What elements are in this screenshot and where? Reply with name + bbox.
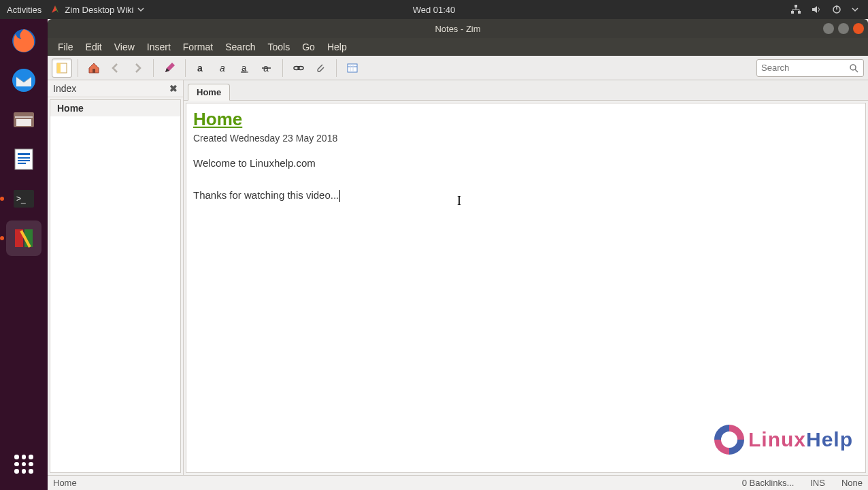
menubar: File Edit View Insert Format Search Tool… [48, 38, 868, 56]
svg-point-34 [850, 65, 856, 70]
ibeam-cursor-icon: I [457, 194, 461, 208]
statusbar: Home 0 Backlinks... INS None [48, 475, 868, 490]
volume-icon[interactable] [811, 4, 822, 15]
svg-rect-1 [791, 11, 794, 14]
tab-home[interactable]: Home [188, 84, 230, 101]
underline-button[interactable]: a [235, 59, 255, 78]
forward-button[interactable] [127, 59, 148, 78]
dock-libreoffice-writer[interactable] [6, 142, 41, 177]
text-cursor [339, 190, 340, 202]
menu-edit[interactable]: Edit [81, 40, 107, 54]
chevron-down-icon[interactable] [852, 6, 858, 13]
page-line-1: Welcome to Linuxhelp.com [193, 157, 858, 169]
dock-zim[interactable] [6, 220, 41, 256]
network-icon[interactable] [790, 4, 801, 15]
svg-rect-30 [348, 64, 357, 72]
svg-rect-13 [18, 160, 30, 161]
sidebar: Index ✖ Home [48, 80, 184, 475]
status-mode: INS [810, 478, 825, 488]
page-line-2: Thanks for watching this video... [193, 189, 858, 202]
main-area: Home Home Created Wednesday 23 May 2018 … [184, 80, 868, 475]
desktop-top-panel: Activities Zim Desktop Wiki Wed 01:40 [0, 0, 868, 19]
window-close-button[interactable] [853, 23, 864, 34]
linuxhelp-watermark: LinuxHelp [714, 425, 853, 455]
status-backlinks[interactable]: 0 Backlinks... [742, 478, 795, 488]
chevron-down-icon [137, 6, 144, 13]
calendar-button[interactable] [342, 59, 363, 78]
swirl-icon [714, 425, 744, 455]
svg-rect-20 [57, 63, 61, 73]
menu-tools[interactable]: Tools [263, 40, 295, 54]
window-minimize-button[interactable] [823, 23, 834, 34]
index-tree[interactable]: Home [50, 99, 181, 473]
page-heading: Home [193, 109, 858, 130]
svg-rect-9 [16, 119, 31, 126]
toolbar-separator [78, 59, 78, 77]
search-box[interactable] [756, 59, 864, 77]
dock-files[interactable] [6, 102, 41, 137]
svg-rect-8 [15, 116, 33, 118]
svg-point-6 [12, 69, 35, 92]
dock-firefox[interactable] [6, 23, 41, 59]
dock-terminal[interactable]: >_ [6, 181, 41, 216]
sidebar-title: Index [53, 83, 76, 94]
status-path: Home [53, 478, 77, 488]
app-menu-label: Zim Desktop Wiki [65, 5, 133, 15]
svg-text:a: a [220, 63, 225, 74]
window-title: Notes - Zim [435, 24, 480, 34]
toolbar: a a a a [48, 56, 868, 80]
svg-rect-12 [18, 157, 30, 159]
toolbar-separator [185, 59, 186, 77]
svg-rect-11 [18, 153, 30, 155]
zim-app-icon [50, 4, 61, 15]
back-button[interactable] [105, 59, 126, 78]
zim-window: Notes - Zim File Edit View Insert Format… [48, 19, 868, 490]
toolbar-separator [282, 59, 283, 77]
menu-view[interactable]: View [110, 40, 139, 54]
window-maximize-button[interactable] [838, 23, 849, 34]
search-icon [848, 63, 859, 74]
svg-rect-14 [18, 163, 26, 164]
toggle-index-button[interactable] [52, 59, 72, 78]
attach-button[interactable] [310, 59, 331, 78]
menu-help[interactable]: Help [322, 40, 352, 54]
home-button[interactable] [84, 59, 104, 78]
menu-format[interactable]: Format [178, 40, 218, 54]
svg-text:>_: >_ [16, 194, 26, 203]
edit-button[interactable] [159, 59, 180, 78]
window-titlebar[interactable]: Notes - Zim [48, 19, 868, 38]
index-item-home[interactable]: Home [50, 100, 180, 116]
status-right: None [841, 478, 863, 488]
clock[interactable]: Wed 01:40 [413, 5, 456, 15]
svg-line-35 [855, 69, 858, 72]
app-menu[interactable]: Zim Desktop Wiki [50, 4, 144, 15]
svg-rect-2 [798, 11, 801, 14]
italic-button[interactable]: a [213, 59, 233, 78]
link-button[interactable] [288, 59, 309, 78]
menu-file[interactable]: File [53, 40, 78, 54]
menu-search[interactable]: Search [220, 40, 260, 54]
dock-thunderbird[interactable] [6, 63, 41, 98]
dock-show-apps[interactable] [6, 446, 41, 482]
bold-button[interactable]: a [191, 59, 212, 78]
menu-go[interactable]: Go [297, 40, 320, 54]
toolbar-separator [153, 59, 154, 77]
svg-rect-21 [93, 69, 95, 73]
svg-text:a: a [241, 63, 247, 73]
page-tabs: Home [184, 80, 868, 101]
power-icon[interactable] [831, 4, 842, 15]
menu-insert[interactable]: Insert [142, 40, 176, 54]
toolbar-separator [336, 59, 337, 77]
search-input[interactable] [761, 63, 848, 73]
strike-button[interactable]: a [256, 59, 277, 78]
svg-rect-0 [795, 5, 797, 7]
sidebar-close-icon[interactable]: ✖ [169, 83, 178, 94]
page-created: Created Wednesday 23 May 2018 [193, 133, 858, 144]
svg-point-29 [298, 66, 303, 69]
svg-rect-10 [15, 149, 33, 169]
activities-button[interactable]: Activities [7, 5, 41, 15]
editor[interactable]: Home Created Wednesday 23 May 2018 Welco… [186, 103, 866, 473]
dock: >_ [0, 19, 48, 490]
svg-text:a: a [197, 63, 203, 74]
